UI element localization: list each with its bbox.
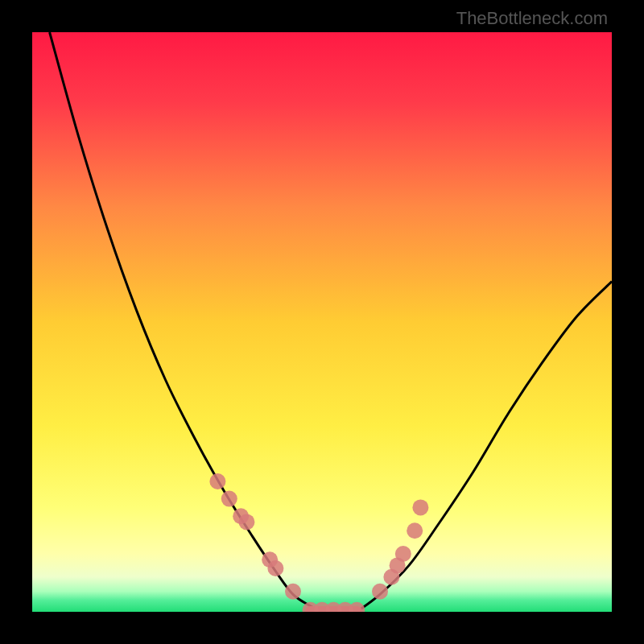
dot-left-dots — [238, 514, 254, 530]
dot-left-dots — [267, 560, 283, 576]
dot-right-dots — [372, 584, 388, 600]
dot-right-dots — [407, 522, 423, 539]
chart-svg — [32, 32, 612, 612]
dot-left-dots — [209, 473, 225, 489]
dot-left-dots — [285, 584, 301, 600]
dot-left-dots — [221, 491, 237, 507]
watermark-text: TheBottleneck.com — [456, 8, 608, 29]
gradient-background — [32, 32, 612, 612]
dot-right-dots — [395, 546, 411, 562]
dot-right-dots — [412, 499, 428, 515]
chart-container — [32, 32, 612, 612]
